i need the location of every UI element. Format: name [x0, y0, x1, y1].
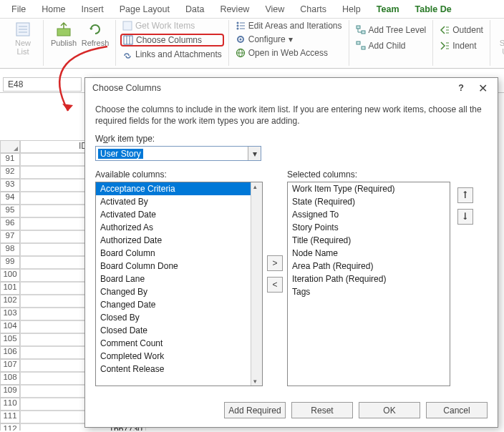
ok-button[interactable]: OK — [359, 402, 420, 418]
tab-charts[interactable]: Charts — [293, 1, 334, 17]
move-up-button[interactable]: 🠕 — [457, 187, 473, 203]
row-header[interactable]: 94 — [0, 192, 20, 205]
list-item[interactable]: State (Required) — [288, 195, 450, 208]
row-header[interactable]: 107 — [0, 359, 20, 372]
links-attachments-button[interactable]: Links and Attachments — [120, 49, 224, 60]
list-item[interactable]: Authorized Date — [96, 234, 262, 247]
row-header[interactable]: 104 — [0, 320, 20, 333]
ribbon: New List Publish Refresh Get Work Items … — [0, 19, 504, 69]
select-user-button[interactable]: Select User — [495, 20, 504, 56]
name-box[interactable]: E48 — [3, 77, 82, 92]
scrollbar[interactable] — [251, 182, 262, 386]
tab-review[interactable]: Review — [213, 1, 256, 17]
row-header[interactable]: 109 — [0, 385, 20, 398]
tab-team[interactable]: Team — [369, 1, 407, 17]
tab-table-design[interactable]: Table De — [408, 1, 459, 17]
list-icon — [15, 21, 31, 37]
dialog-title: Choose Columns — [92, 83, 161, 93]
outdent-icon — [440, 25, 450, 35]
work-item-type-combo[interactable]: User Story ▾ — [95, 146, 261, 161]
available-columns-list[interactable]: Acceptance CriteriaActivated ByActivated… — [95, 182, 263, 386]
list-item[interactable]: Work Item Type (Required) — [288, 182, 450, 195]
row-header[interactable]: 111 — [0, 411, 20, 423]
list-item[interactable]: Authorized As — [96, 221, 262, 234]
tab-view[interactable]: View — [258, 1, 291, 17]
publish-button[interactable]: Publish — [48, 20, 79, 47]
list-item[interactable]: Board Column Done — [96, 260, 262, 273]
tab-help[interactable]: Help — [335, 1, 368, 17]
list-item[interactable]: Node Name — [288, 247, 450, 260]
child-icon — [356, 41, 366, 51]
refresh-button[interactable]: Refresh — [79, 20, 111, 47]
svg-rect-6 — [124, 36, 132, 44]
add-child-button[interactable]: Add Child — [354, 40, 429, 51]
dropdown-icon: ▾ — [289, 34, 293, 44]
list-item[interactable]: Board Column — [96, 247, 262, 260]
configure-button[interactable]: Configure ▾ — [233, 34, 344, 45]
tab-page-layout[interactable]: Page Layout — [112, 1, 177, 17]
get-work-items-button[interactable]: Get Work Items — [120, 20, 224, 31]
tab-home[interactable]: Home — [34, 1, 72, 17]
list-item[interactable]: Iteration Path (Required) — [288, 273, 450, 285]
columns-icon — [123, 35, 133, 45]
edit-areas-button[interactable]: Edit Areas and Iterations — [233, 20, 344, 31]
row-header[interactable]: 99 — [0, 256, 20, 269]
list-item[interactable]: Closed Date — [96, 324, 262, 337]
row-header[interactable]: 105 — [0, 333, 20, 346]
list-item[interactable]: Area Path (Required) — [288, 260, 450, 273]
outdent-button[interactable]: Outdent — [437, 24, 485, 36]
row-header[interactable]: 91 — [0, 153, 20, 166]
row-header[interactable]: 95 — [0, 205, 20, 217]
list-item[interactable]: Board Lane — [96, 273, 262, 285]
tab-data[interactable]: Data — [178, 1, 211, 17]
move-down-button[interactable]: 🠗 — [457, 209, 473, 225]
list-item[interactable]: Tags — [288, 285, 450, 298]
row-header[interactable]: 101 — [0, 282, 20, 295]
row-header[interactable]: 108 — [0, 372, 20, 385]
list-item[interactable]: Acceptance Criteria — [96, 182, 262, 195]
list-item[interactable]: Assigned To — [288, 208, 450, 221]
list-item[interactable]: Title (Required) — [288, 234, 450, 247]
choose-columns-label: Choose Columns — [136, 35, 202, 45]
row-header[interactable]: 106 — [0, 346, 20, 359]
list-item[interactable]: Activated By — [96, 195, 262, 208]
select-all-corner[interactable] — [0, 140, 20, 153]
add-tree-button[interactable]: Add Tree Level — [354, 24, 429, 36]
row-header[interactable]: 110 — [0, 398, 20, 411]
edit-areas-label: Edit Areas and Iterations — [248, 21, 342, 31]
list-item[interactable]: Changed By — [96, 285, 262, 298]
outdent-label: Outdent — [452, 25, 483, 35]
move-left-button[interactable]: < — [267, 277, 283, 293]
cancel-button[interactable]: Cancel — [426, 402, 488, 418]
close-button[interactable]: ✕ — [474, 82, 492, 95]
reset-button[interactable]: Reset — [291, 402, 353, 418]
list-item[interactable]: Changed Date — [96, 298, 262, 311]
list-item[interactable]: Activated Date — [96, 208, 262, 221]
row-header[interactable]: 100 — [0, 269, 20, 282]
tab-file[interactable]: File — [4, 1, 33, 17]
row-header[interactable]: 103 — [0, 308, 20, 320]
list-item[interactable]: Comment Count — [96, 337, 262, 350]
add-required-button[interactable]: Add Required — [224, 402, 286, 418]
open-web-label: Open in Web Access — [248, 48, 328, 58]
row-header[interactable]: 93 — [0, 179, 20, 192]
row-header[interactable]: 112 — [0, 423, 20, 431]
list-item[interactable]: Completed Work — [96, 350, 262, 363]
move-right-button[interactable]: > — [267, 255, 283, 271]
list-item[interactable]: Closed By — [96, 311, 262, 324]
help-button[interactable]: ? — [458, 83, 464, 93]
row-header[interactable]: 97 — [0, 230, 20, 243]
list-item[interactable]: Story Points — [288, 221, 450, 234]
new-list-button[interactable]: New List — [7, 20, 39, 56]
indent-button[interactable]: Indent — [437, 40, 485, 51]
list-item[interactable]: Content Release — [96, 363, 262, 375]
row-header[interactable]: 102 — [0, 295, 20, 308]
row-header[interactable]: 92 — [0, 166, 20, 179]
row-header[interactable]: 96 — [0, 217, 20, 230]
selected-columns-list[interactable]: Work Item Type (Required)State (Required… — [287, 182, 450, 386]
tab-insert[interactable]: Insert — [74, 1, 111, 17]
svg-rect-20 — [357, 26, 360, 29]
row-header[interactable]: 98 — [0, 243, 20, 256]
choose-columns-button[interactable]: Choose Columns — [120, 34, 224, 46]
open-web-button[interactable]: Open in Web Access — [233, 47, 344, 59]
